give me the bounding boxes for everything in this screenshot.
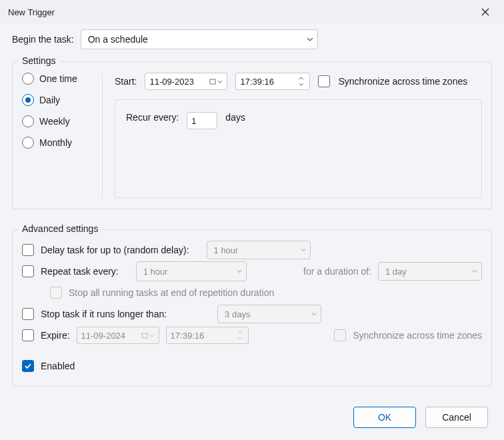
radio-monthly[interactable]: Monthly: [22, 137, 102, 149]
delay-label: Delay task for up to (random delay):: [41, 245, 189, 255]
svg-rect-0: [210, 79, 215, 84]
radio-label: One time: [39, 73, 77, 84]
spinner-up-icon: [236, 330, 244, 335]
recur-value: 1: [191, 116, 196, 126]
expire-time-input[interactable]: 17:39:16: [166, 327, 249, 344]
expire-time-value: 17:39:16: [171, 331, 205, 341]
delay-value: 1 hour: [214, 245, 239, 255]
sync-tz-label: Synchronize across time zones: [338, 76, 467, 87]
expire-date-value: 11-09-2024: [81, 331, 126, 341]
start-time-input[interactable]: 17:39:16: [235, 73, 310, 90]
expire-checkbox[interactable]: [22, 329, 34, 341]
recur-label: Recur every:: [126, 112, 179, 123]
chevron-down-icon: [237, 270, 242, 273]
ok-label: OK: [378, 412, 391, 423]
svg-rect-1: [142, 333, 147, 338]
begin-task-value: On a schedule: [88, 34, 148, 45]
duration-value-combo[interactable]: 1 day: [378, 262, 482, 281]
spinner-up-icon: [297, 76, 305, 81]
dialog-buttons: OK Cancel: [12, 397, 492, 432]
delay-value-combo[interactable]: 1 hour: [207, 241, 311, 259]
stop-if-checkbox[interactable]: [22, 308, 34, 320]
duration-label: for a duration of:: [303, 266, 371, 277]
stop-if-label: Stop task if it runs longer than:: [41, 309, 167, 319]
radio-label: Weekly: [39, 116, 70, 127]
chevron-down-icon: [311, 313, 317, 316]
dialog-content: Begin the task: On a schedule Settings O…: [0, 24, 504, 440]
radio-label: Monthly: [39, 137, 72, 148]
schedule-type-radios: One time Daily Weekly Monthly: [22, 73, 103, 199]
radio-icon: [22, 73, 34, 85]
settings-legend: Settings: [18, 55, 60, 66]
repeat-value-combo[interactable]: 1 hour: [136, 261, 247, 281]
expire-date-input[interactable]: 11-09-2024: [77, 327, 159, 344]
expire-sync-tz-checkbox: [334, 329, 346, 341]
expire-sync-tz-label: Synchronize across time zones: [353, 330, 482, 341]
repeat-checkbox[interactable]: [22, 265, 34, 277]
radio-icon: [22, 137, 34, 149]
duration-value: 1 day: [385, 267, 407, 277]
window-title: New Trigger: [8, 7, 55, 17]
radio-icon: [22, 115, 34, 127]
begin-task-combo[interactable]: On a schedule: [81, 29, 318, 49]
spinner-down-icon: [236, 336, 244, 341]
radio-weekly[interactable]: Weekly: [22, 115, 102, 127]
time-spinner[interactable]: [236, 330, 244, 341]
stop-all-label: Stop all running tasks at end of repetit…: [69, 287, 274, 298]
advanced-legend: Advanced settings: [18, 223, 102, 234]
advanced-settings-group: Advanced settings Delay task for up to (…: [12, 229, 492, 387]
new-trigger-dialog: New Trigger Begin the task: On a schedul…: [0, 0, 504, 440]
enabled-checkbox[interactable]: [22, 360, 34, 372]
start-date-value: 11-09-2023: [149, 77, 194, 87]
chevron-down-icon: [307, 37, 313, 41]
close-button[interactable]: [473, 3, 497, 21]
radio-daily[interactable]: Daily: [22, 94, 102, 106]
stop-if-value-combo[interactable]: 3 days: [217, 305, 321, 323]
start-label: Start:: [115, 76, 137, 87]
cancel-button[interactable]: Cancel: [425, 407, 488, 428]
start-time-value: 17:39:16: [240, 77, 274, 87]
repeat-label: Repeat task every:: [41, 266, 119, 277]
recur-value-input[interactable]: 1: [187, 112, 217, 129]
radio-one-time[interactable]: One time: [22, 73, 102, 85]
chevron-down-icon: [301, 249, 306, 252]
settings-group: Settings One time Daily Weekly: [12, 61, 492, 209]
begin-task-row: Begin the task: On a schedule: [12, 29, 492, 49]
close-icon: [481, 8, 489, 16]
stop-all-checkbox: [50, 287, 62, 299]
recurrence-box: Recur every: 1 days: [115, 99, 482, 198]
calendar-dropdown-icon: [209, 78, 223, 85]
stop-if-value: 3 days: [225, 309, 250, 319]
recur-unit: days: [225, 112, 245, 123]
titlebar: New Trigger: [0, 0, 504, 24]
delay-checkbox[interactable]: [22, 244, 34, 256]
calendar-dropdown-icon: [141, 332, 155, 339]
schedule-details: Start: 11-09-2023 17:39:16: [103, 73, 482, 199]
cancel-label: Cancel: [442, 412, 471, 423]
begin-task-label: Begin the task:: [12, 34, 74, 45]
expire-label: Expire:: [41, 330, 70, 341]
enabled-label: Enabled: [41, 361, 75, 371]
spinner-down-icon: [297, 82, 305, 87]
chevron-down-icon: [472, 270, 477, 273]
radio-icon: [22, 94, 34, 106]
start-date-input[interactable]: 11-09-2023: [145, 73, 227, 90]
radio-label: Daily: [39, 95, 60, 105]
time-spinner[interactable]: [297, 76, 305, 87]
repeat-value: 1 hour: [143, 267, 168, 277]
ok-button[interactable]: OK: [353, 407, 416, 428]
sync-tz-checkbox[interactable]: [318, 75, 330, 87]
